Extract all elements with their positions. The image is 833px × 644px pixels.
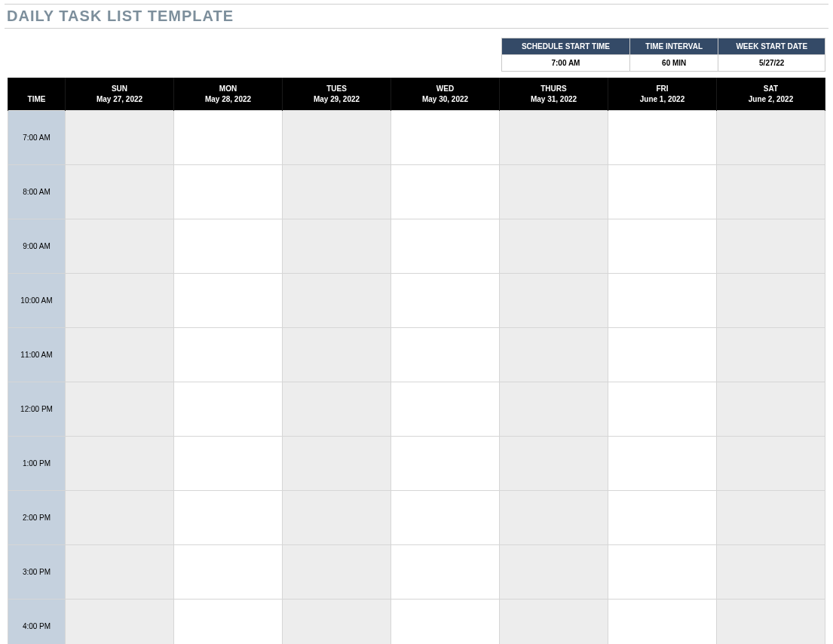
task-cell[interactable]: [717, 165, 825, 219]
task-cell[interactable]: [66, 274, 174, 328]
task-cell[interactable]: [391, 111, 500, 165]
task-cell[interactable]: [608, 165, 717, 219]
task-cell[interactable]: [174, 545, 283, 600]
task-cell[interactable]: [66, 600, 174, 645]
task-cell[interactable]: [608, 111, 717, 165]
task-cell[interactable]: [283, 165, 391, 219]
task-cell[interactable]: [608, 600, 717, 645]
day-name: FRI: [656, 84, 668, 93]
task-cell[interactable]: [174, 111, 283, 165]
task-cell[interactable]: [283, 219, 391, 274]
task-cell[interactable]: [66, 328, 174, 382]
task-cell[interactable]: [283, 274, 391, 328]
task-cell[interactable]: [608, 328, 717, 382]
task-cell[interactable]: [717, 382, 825, 437]
time-cell: 9:00 AM: [8, 219, 66, 274]
settings-table: SCHEDULE START TIME TIME INTERVAL WEEK S…: [501, 38, 825, 72]
task-cell[interactable]: [66, 165, 174, 219]
task-cell[interactable]: [66, 111, 174, 165]
task-cell[interactable]: [608, 382, 717, 437]
task-cell[interactable]: [500, 274, 608, 328]
task-cell[interactable]: [500, 437, 608, 491]
time-cell: 7:00 AM: [8, 111, 66, 165]
task-cell[interactable]: [717, 491, 825, 545]
schedule-row: 11:00 AM: [8, 328, 825, 382]
task-cell[interactable]: [283, 111, 391, 165]
task-cell[interactable]: [717, 219, 825, 274]
task-cell[interactable]: [608, 491, 717, 545]
schedule-row: 3:00 PM: [8, 545, 825, 600]
settings-header-interval: TIME INTERVAL: [629, 38, 718, 55]
task-cell[interactable]: [608, 545, 717, 600]
task-cell[interactable]: [391, 219, 500, 274]
day-name: SAT: [764, 84, 778, 93]
task-cell[interactable]: [717, 437, 825, 491]
schedule-body: 7:00 AM 8:00 AM: [8, 111, 825, 645]
task-cell[interactable]: [66, 437, 174, 491]
day-header-fri: FRI June 1, 2022: [608, 78, 717, 111]
task-cell[interactable]: [174, 328, 283, 382]
task-cell[interactable]: [717, 274, 825, 328]
task-cell[interactable]: [391, 600, 500, 645]
task-cell[interactable]: [174, 274, 283, 328]
time-cell: 2:00 PM: [8, 491, 66, 545]
task-cell[interactable]: [500, 111, 608, 165]
day-date: May 28, 2022: [205, 95, 251, 103]
day-date: May 30, 2022: [422, 95, 468, 103]
day-header-mon: MON May 28, 2022: [174, 78, 283, 111]
task-cell[interactable]: [66, 545, 174, 600]
settings-header-weekstart: WEEK START DATE: [718, 38, 825, 55]
task-cell[interactable]: [391, 382, 500, 437]
task-cell[interactable]: [174, 165, 283, 219]
task-cell[interactable]: [174, 491, 283, 545]
task-cell[interactable]: [391, 437, 500, 491]
task-cell[interactable]: [717, 328, 825, 382]
day-header-sat: SAT June 2, 2022: [717, 78, 825, 111]
task-cell[interactable]: [608, 437, 717, 491]
task-cell[interactable]: [500, 219, 608, 274]
task-cell[interactable]: [66, 219, 174, 274]
time-cell: 4:00 PM: [8, 600, 66, 645]
day-date: June 1, 2022: [640, 95, 684, 103]
task-cell[interactable]: [500, 545, 608, 600]
day-name: WED: [436, 84, 454, 93]
task-cell[interactable]: [391, 545, 500, 600]
task-cell[interactable]: [500, 600, 608, 645]
settings-value-weekstart[interactable]: 5/27/22: [718, 55, 825, 72]
task-cell[interactable]: [283, 491, 391, 545]
task-cell[interactable]: [174, 382, 283, 437]
schedule-panel: TIME SUN May 27, 2022 MON May 28, 2022 T…: [5, 78, 828, 644]
schedule-row: 10:00 AM: [8, 274, 825, 328]
schedule-row: 8:00 AM: [8, 165, 825, 219]
time-cell: 12:00 PM: [8, 382, 66, 437]
task-cell[interactable]: [66, 382, 174, 437]
settings-header-start: SCHEDULE START TIME: [502, 38, 630, 55]
task-cell[interactable]: [608, 219, 717, 274]
settings-value-start[interactable]: 7:00 AM: [502, 55, 630, 72]
task-cell[interactable]: [174, 600, 283, 645]
task-cell[interactable]: [391, 165, 500, 219]
task-cell[interactable]: [283, 545, 391, 600]
task-cell[interactable]: [500, 165, 608, 219]
settings-value-interval[interactable]: 60 MIN: [629, 55, 718, 72]
task-cell[interactable]: [717, 545, 825, 600]
task-cell[interactable]: [66, 491, 174, 545]
task-cell[interactable]: [283, 328, 391, 382]
task-cell[interactable]: [717, 111, 825, 165]
task-cell[interactable]: [500, 382, 608, 437]
task-cell[interactable]: [391, 491, 500, 545]
day-header-wed: WED May 30, 2022: [391, 78, 500, 111]
task-cell[interactable]: [391, 274, 500, 328]
task-cell[interactable]: [174, 219, 283, 274]
task-cell[interactable]: [717, 600, 825, 645]
task-cell[interactable]: [500, 328, 608, 382]
day-header-sun: SUN May 27, 2022: [66, 78, 174, 111]
schedule-header-row: TIME SUN May 27, 2022 MON May 28, 2022 T…: [8, 78, 825, 111]
task-cell[interactable]: [608, 274, 717, 328]
task-cell[interactable]: [283, 600, 391, 645]
task-cell[interactable]: [283, 437, 391, 491]
task-cell[interactable]: [174, 437, 283, 491]
task-cell[interactable]: [500, 491, 608, 545]
task-cell[interactable]: [391, 328, 500, 382]
task-cell[interactable]: [283, 382, 391, 437]
